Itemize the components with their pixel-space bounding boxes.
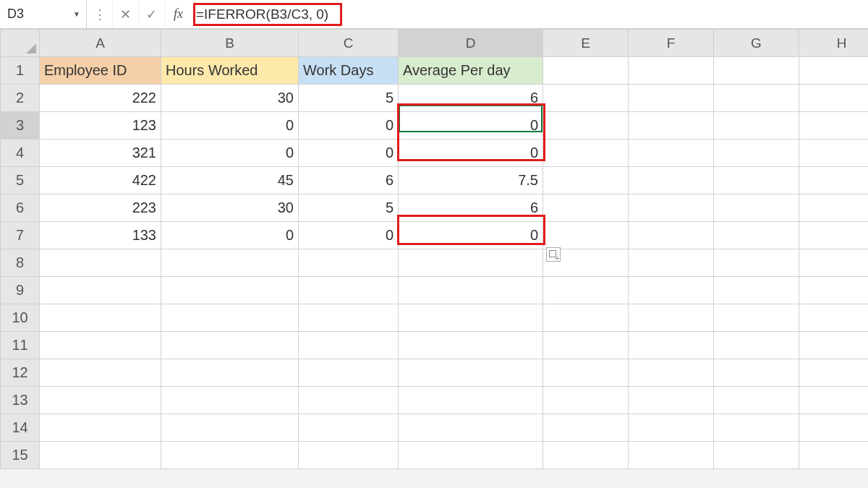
- cell-H1[interactable]: [799, 57, 869, 85]
- cell-H7[interactable]: [799, 222, 869, 249]
- cell-D3[interactable]: 0: [399, 112, 543, 140]
- cell-E15[interactable]: [543, 442, 629, 469]
- cell-B2[interactable]: 30: [161, 85, 299, 112]
- cell-F13[interactable]: [629, 387, 714, 414]
- cell-E7[interactable]: [543, 222, 629, 249]
- cell-C13[interactable]: [299, 387, 399, 414]
- cell-D1[interactable]: Average Per day: [399, 57, 543, 85]
- cell-F9[interactable]: [629, 277, 714, 304]
- cell-A1[interactable]: Employee ID: [40, 57, 161, 85]
- cell-E14[interactable]: [543, 414, 629, 442]
- cell-D14[interactable]: [399, 414, 543, 442]
- cell-F10[interactable]: [629, 304, 714, 332]
- cell-D5[interactable]: 7.5: [399, 167, 543, 194]
- cell-D2[interactable]: 6: [399, 85, 543, 112]
- cell-E10[interactable]: [543, 304, 629, 332]
- more-options-icon[interactable]: ⋮: [87, 0, 113, 28]
- col-head-G[interactable]: G: [714, 30, 799, 57]
- cell-F5[interactable]: [629, 167, 714, 194]
- cell-D9[interactable]: [399, 277, 543, 304]
- cell-H3[interactable]: [799, 112, 869, 140]
- cell-G12[interactable]: [714, 359, 799, 387]
- cell-D12[interactable]: [399, 359, 543, 387]
- cell-F8[interactable]: [629, 249, 714, 277]
- cell-D13[interactable]: [399, 387, 543, 414]
- row-head-1[interactable]: 1: [1, 57, 40, 85]
- row-head-6[interactable]: 6: [1, 194, 40, 222]
- cell-D11[interactable]: [399, 332, 543, 359]
- cell-F15[interactable]: [629, 442, 714, 469]
- select-all-corner[interactable]: [1, 30, 40, 57]
- cell-E4[interactable]: [543, 140, 629, 167]
- cell-B13[interactable]: [161, 387, 299, 414]
- cell-E5[interactable]: [543, 167, 629, 194]
- fx-icon[interactable]: fx: [165, 7, 192, 22]
- cell-E11[interactable]: [543, 332, 629, 359]
- cell-F3[interactable]: [629, 112, 714, 140]
- cell-G7[interactable]: [714, 222, 799, 249]
- row-head-12[interactable]: 12: [1, 359, 40, 387]
- cell-F1[interactable]: [629, 57, 714, 85]
- col-head-D[interactable]: D: [399, 30, 543, 57]
- cell-G13[interactable]: [714, 387, 799, 414]
- cell-G6[interactable]: [714, 194, 799, 222]
- cell-A8[interactable]: [40, 249, 161, 277]
- cell-B8[interactable]: [161, 249, 299, 277]
- cell-D8[interactable]: [399, 249, 543, 277]
- cell-H13[interactable]: [799, 387, 869, 414]
- col-head-B[interactable]: B: [161, 30, 299, 57]
- cell-C14[interactable]: [299, 414, 399, 442]
- cancel-icon[interactable]: ✕: [113, 0, 139, 28]
- cell-A15[interactable]: [40, 442, 161, 469]
- spreadsheet-area[interactable]: A B C D E F G H 1 Employee ID Hours Work…: [0, 29, 868, 469]
- cell-C9[interactable]: [299, 277, 399, 304]
- cell-E1[interactable]: [543, 57, 629, 85]
- cell-A13[interactable]: [40, 387, 161, 414]
- row-head-4[interactable]: 4: [1, 140, 40, 167]
- cell-F4[interactable]: [629, 140, 714, 167]
- row-head-5[interactable]: 5: [1, 167, 40, 194]
- cell-B3[interactable]: 0: [161, 112, 299, 140]
- cell-A9[interactable]: [40, 277, 161, 304]
- cell-B11[interactable]: [161, 332, 299, 359]
- col-head-H[interactable]: H: [799, 30, 869, 57]
- cell-H14[interactable]: [799, 414, 869, 442]
- cell-E2[interactable]: [543, 85, 629, 112]
- cell-F12[interactable]: [629, 359, 714, 387]
- col-head-E[interactable]: E: [543, 30, 629, 57]
- row-head-2[interactable]: 2: [1, 85, 40, 112]
- cell-B1[interactable]: Hours Worked: [161, 57, 299, 85]
- enter-icon[interactable]: ✓: [139, 0, 165, 28]
- cell-H15[interactable]: [799, 442, 869, 469]
- cell-A4[interactable]: 321: [40, 140, 161, 167]
- cell-G2[interactable]: [714, 85, 799, 112]
- cell-H6[interactable]: [799, 194, 869, 222]
- cell-B14[interactable]: [161, 414, 299, 442]
- cell-A6[interactable]: 223: [40, 194, 161, 222]
- cell-G10[interactable]: [714, 304, 799, 332]
- col-head-A[interactable]: A: [40, 30, 161, 57]
- cell-D10[interactable]: [399, 304, 543, 332]
- cell-E13[interactable]: [543, 387, 629, 414]
- cell-C11[interactable]: [299, 332, 399, 359]
- row-head-14[interactable]: 14: [1, 414, 40, 442]
- cell-A2[interactable]: 222: [40, 85, 161, 112]
- cell-E12[interactable]: [543, 359, 629, 387]
- cell-D7[interactable]: 0: [399, 222, 543, 249]
- cell-B5[interactable]: 45: [161, 167, 299, 194]
- row-head-11[interactable]: 11: [1, 332, 40, 359]
- cell-H2[interactable]: [799, 85, 869, 112]
- cell-C2[interactable]: 5: [299, 85, 399, 112]
- cell-C3[interactable]: 0: [299, 112, 399, 140]
- autofill-options-icon[interactable]: [546, 247, 561, 262]
- cell-C15[interactable]: [299, 442, 399, 469]
- row-head-7[interactable]: 7: [1, 222, 40, 249]
- cell-E9[interactable]: [543, 277, 629, 304]
- cell-B7[interactable]: 0: [161, 222, 299, 249]
- cell-A3[interactable]: 123: [40, 112, 161, 140]
- cell-G4[interactable]: [714, 140, 799, 167]
- cell-A5[interactable]: 422: [40, 167, 161, 194]
- cell-C6[interactable]: 5: [299, 194, 399, 222]
- col-head-F[interactable]: F: [629, 30, 714, 57]
- name-box[interactable]: D3 ▼: [0, 0, 87, 28]
